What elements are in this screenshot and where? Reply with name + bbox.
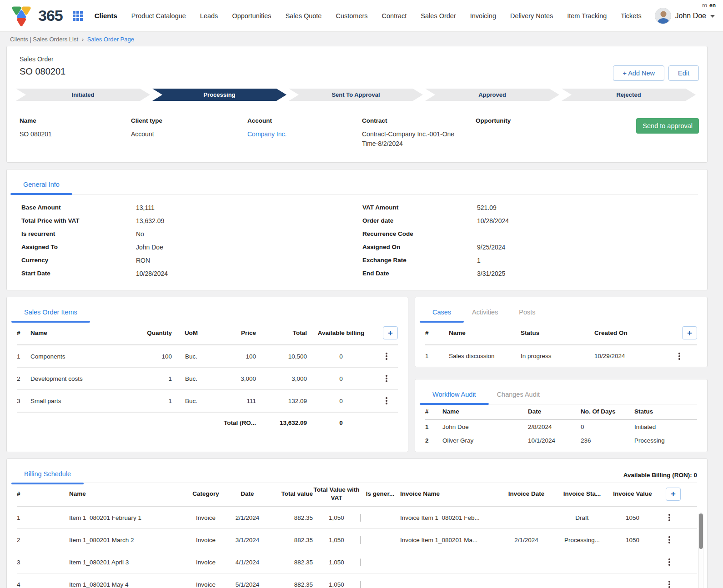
info-row: Order date 10/28/2024 [357, 214, 698, 227]
row-menu-kebab-icon[interactable] [662, 355, 697, 357]
cell-total: 10,500 [256, 353, 307, 360]
add-billing-item-button[interactable]: + [666, 488, 681, 501]
app-grid-icon[interactable] [73, 11, 83, 21]
cell-created-on: 10/29/2024 [594, 353, 662, 359]
billing-tabs: Billing Schedule [17, 465, 72, 483]
is-generated-checkbox[interactable] [360, 514, 361, 522]
billing-scrollbar-thumb[interactable] [699, 513, 703, 549]
col-name: Name [449, 329, 521, 336]
cell-invoice-name: Invoice Item 1_080201 Ma... [400, 537, 496, 543]
cell-date: 2/8/2024 [528, 424, 581, 430]
nav-item[interactable]: Tickets [621, 12, 641, 20]
cell-quantity: 1 [124, 398, 172, 404]
info-row: Assigned To John Doe [16, 240, 357, 254]
row-menu-kebab-icon[interactable] [658, 583, 681, 585]
info-value: RON [136, 257, 357, 264]
cases-tab[interactable]: Activities [471, 304, 499, 322]
audit-tab[interactable]: Changes Audit [496, 386, 541, 404]
field-label: Account [247, 117, 362, 124]
general-info-right-column: VAT Amount 521.09 Order date 10/28/2024 … [357, 201, 698, 280]
general-info-fields: Base Amount 13,111 Total Price with VAT … [16, 194, 698, 280]
user-menu[interactable]: John Doe [655, 8, 715, 24]
cell-status: In progress [521, 353, 594, 359]
col-date: Date [227, 490, 267, 498]
cell-invoice-value: 1050 [607, 514, 658, 521]
cell-date: 4/1/2024 [227, 559, 267, 566]
is-generated-checkbox[interactable] [360, 558, 361, 566]
add-case-button[interactable]: + [682, 326, 697, 339]
is-generated-checkbox[interactable] [360, 581, 361, 588]
nav-item[interactable]: Clients [95, 12, 117, 20]
nav-item[interactable]: Opportunities [232, 12, 271, 20]
is-generated-checkbox[interactable] [360, 536, 361, 544]
tab-general-info[interactable]: General Info [22, 176, 60, 194]
nav-item[interactable]: Leads [200, 12, 218, 20]
item-row: 3 Small parts 1 Buc. 111 132.09 0 [17, 390, 398, 412]
send-to-approval-button[interactable]: Send to approval [636, 118, 699, 134]
cell-uom: Buc. [172, 398, 211, 404]
nav-item[interactable]: Invoicing [470, 12, 496, 20]
cell-category: Invoice [184, 581, 227, 588]
nav-item[interactable]: Sales Order [421, 12, 456, 20]
cell-name: Item 1_080201 April 3 [44, 559, 184, 566]
workflow-step[interactable]: Sent To Approval [289, 89, 423, 101]
cell-days: 236 [581, 437, 634, 444]
nav-item[interactable]: Sales Quote [286, 12, 322, 20]
app-logo[interactable]: 365 [9, 4, 63, 28]
workflow-step[interactable]: Initiated [16, 89, 150, 101]
cell-name: Item 1_080201 May 4 [44, 581, 184, 588]
edit-button[interactable]: Edit [668, 65, 699, 81]
language-switcher[interactable]: roen [702, 2, 716, 9]
cell-total-value: 882.35 [267, 581, 313, 588]
info-label: Is recurrent [21, 230, 136, 237]
workflow-step[interactable]: Approved [425, 89, 559, 101]
nav-item[interactable]: Product Catalogue [131, 12, 186, 20]
col-num: # [425, 329, 449, 336]
cell-num: 3 [17, 398, 30, 404]
audit-tab[interactable]: Workflow Audit [432, 386, 477, 404]
add-item-button[interactable]: + [383, 326, 398, 339]
field-value: Contract-Company Inc.-001-One Time-8/2/2… [362, 130, 457, 149]
workflow-step[interactable]: Processing [152, 89, 286, 101]
billing-schedule-card: Billing Schedule Available Billing (RON)… [6, 458, 708, 588]
tab-billing-schedule[interactable]: Billing Schedule [23, 465, 72, 483]
info-label: Base Amount [21, 204, 136, 211]
nav-item[interactable]: Contract [382, 12, 407, 20]
row-menu-kebab-icon[interactable] [375, 378, 398, 379]
cases-tab[interactable]: Posts [518, 304, 536, 322]
breadcrumb-current[interactable]: Sales Order Page [87, 36, 134, 43]
account-link[interactable]: Company Inc. [247, 130, 343, 139]
breadcrumb: Clients | Sales Orders List › Sales Orde… [0, 32, 723, 46]
col-name: Name [30, 329, 124, 336]
breadcrumb-trail[interactable]: Clients | Sales Orders List [10, 36, 78, 43]
cell-quantity: 100 [124, 353, 172, 360]
row-menu-kebab-icon[interactable] [658, 539, 681, 541]
info-label: VAT Amount [362, 204, 477, 211]
tab-sales-order-items[interactable]: Sales Order Items [23, 304, 78, 322]
audit-row: 1 John Doe 2/8/2024 0 Initiated [425, 420, 697, 434]
cell-num: 4 [17, 581, 44, 588]
lang-ro[interactable]: ro [702, 2, 707, 9]
row-menu-kebab-icon[interactable] [375, 400, 398, 402]
nav-item[interactable]: Item Tracking [567, 12, 607, 20]
row-menu-kebab-icon[interactable] [658, 561, 681, 563]
nav-item[interactable]: Delivery Notes [510, 12, 553, 20]
field-contract: Contract Contract-Company Inc.-001-One T… [362, 117, 476, 149]
field-client-type: Client type Account [131, 117, 247, 149]
info-value: 521.09 [477, 204, 698, 211]
lang-en[interactable]: en [709, 2, 716, 9]
nav-item[interactable]: Customers [336, 12, 367, 20]
workflow-step[interactable]: Rejected [562, 89, 696, 101]
cases-tab[interactable]: Cases [432, 304, 452, 322]
add-new-button[interactable]: + Add New [613, 65, 664, 81]
row-menu-kebab-icon[interactable] [375, 355, 398, 357]
billing-scrollbar[interactable] [698, 513, 703, 588]
col-uom: UoM [172, 329, 211, 336]
cell-total-value: 882.35 [267, 514, 313, 521]
cell-num: 1 [17, 353, 30, 360]
info-value: 3/31/2025 [477, 270, 698, 277]
cell-total-with-vat: 1,050 [313, 537, 360, 543]
info-row: Total Price with VAT 13,632.09 [16, 214, 357, 227]
row-menu-kebab-icon[interactable] [658, 517, 681, 518]
items-total-row: Total (RO... 13,632.09 0 [17, 412, 398, 433]
